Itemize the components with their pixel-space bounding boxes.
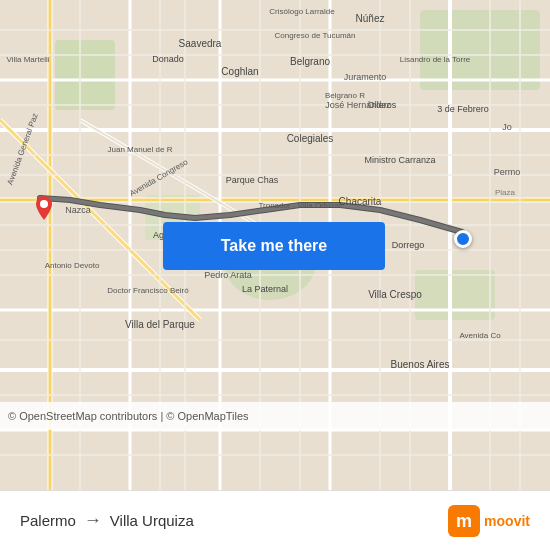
svg-text:Dorrego: Dorrego <box>392 240 425 250</box>
attribution-text: © OpenStreetMap contributors | © OpenMap… <box>8 410 249 422</box>
svg-text:La Paternal: La Paternal <box>242 284 288 294</box>
svg-text:Doctor Francisco Beiró: Doctor Francisco Beiró <box>107 286 189 295</box>
svg-text:Saavedra: Saavedra <box>179 38 222 49</box>
svg-text:Crisólogo Larralde: Crisólogo Larralde <box>269 7 335 16</box>
svg-text:Ministro Carranza: Ministro Carranza <box>364 155 435 165</box>
svg-text:Buenos Aires: Buenos Aires <box>391 359 450 370</box>
origin-label: Palermo <box>20 512 76 529</box>
bottom-bar: Palermo → Villa Urquiza m moovit <box>0 490 550 550</box>
destination-label: Villa Urquiza <box>110 512 194 529</box>
svg-text:Permo: Permo <box>494 167 521 177</box>
route-arrow: → <box>84 510 102 531</box>
svg-text:Donado: Donado <box>152 54 184 64</box>
svg-text:Lisandro de la Torre: Lisandro de la Torre <box>400 55 471 64</box>
map-attribution: © OpenStreetMap contributors | © OpenMap… <box>0 402 550 430</box>
svg-text:Villa Crespo: Villa Crespo <box>368 289 422 300</box>
svg-rect-1 <box>55 40 115 110</box>
map-container: Saavedra Coghlan Belgrano Núñez Colegial… <box>0 0 550 490</box>
svg-text:Belgrano: Belgrano <box>290 56 330 67</box>
svg-text:Congreso de Tucumán: Congreso de Tucumán <box>275 31 356 40</box>
svg-text:3 de Febrero: 3 de Febrero <box>437 104 489 114</box>
moovit-logo-icon: m <box>448 505 480 537</box>
svg-rect-2 <box>420 10 540 90</box>
svg-text:Pedro Arata: Pedro Arata <box>204 270 252 280</box>
svg-text:Núñez: Núñez <box>356 13 385 24</box>
svg-rect-3 <box>415 270 495 320</box>
svg-text:Parque Chas: Parque Chas <box>226 175 279 185</box>
origin-marker <box>32 196 56 228</box>
svg-text:Plaza: Plaza <box>495 188 516 197</box>
svg-point-80 <box>40 200 48 208</box>
svg-text:Coghlan: Coghlan <box>221 66 258 77</box>
svg-text:Juan Manuel de R: Juan Manuel de R <box>108 145 173 154</box>
svg-text:Juramento: Juramento <box>344 72 387 82</box>
moovit-text: moovit <box>484 513 530 529</box>
svg-text:Avenida Co: Avenida Co <box>459 331 501 340</box>
destination-marker <box>454 230 472 248</box>
svg-text:José Hernández: José Hernández <box>325 100 391 110</box>
svg-text:Jo: Jo <box>502 122 512 132</box>
svg-text:Nazca: Nazca <box>65 205 91 215</box>
moovit-logo: m moovit <box>448 505 530 537</box>
take-me-there-button[interactable]: Take me there <box>163 222 385 270</box>
svg-text:m: m <box>456 511 472 531</box>
svg-text:Villa del Parque: Villa del Parque <box>125 319 195 330</box>
svg-text:Belgrano R: Belgrano R <box>325 91 365 100</box>
route-info: Palermo → Villa Urquiza <box>20 510 194 531</box>
svg-text:Chacarita: Chacarita <box>339 196 382 207</box>
svg-text:Antonio Devoto: Antonio Devoto <box>45 261 100 270</box>
svg-text:Villa Martelli: Villa Martelli <box>7 55 50 64</box>
svg-text:Tronador - Villa Ortúzar: Tronador - Villa Ortúzar <box>258 201 341 210</box>
svg-text:Colegiales: Colegiales <box>287 133 334 144</box>
